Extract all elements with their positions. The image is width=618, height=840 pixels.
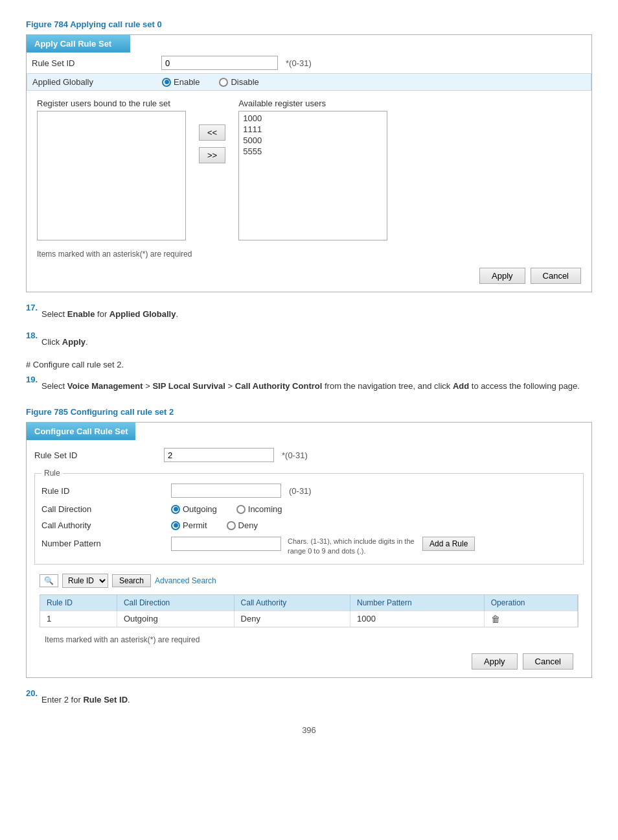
step-20-text: Enter 2 for Rule Set ID. bbox=[41, 694, 130, 707]
apply-button-1[interactable]: Apply bbox=[479, 268, 525, 284]
figure-785-title: Figure 785 Configuring call rule set 2 bbox=[26, 407, 592, 417]
step-19-text: Select Voice Management > SIP Local Surv… bbox=[41, 380, 580, 393]
disable-label: Disable bbox=[231, 77, 258, 87]
call-authority-label: Call Authority bbox=[41, 520, 171, 530]
rule-table: Rule ID Call Direction Call Authority Nu… bbox=[40, 595, 578, 627]
cell-operation: 🗑 bbox=[484, 611, 577, 627]
move-left-button[interactable]: << bbox=[199, 124, 225, 141]
outgoing-label: Outgoing bbox=[183, 504, 217, 514]
available-users-label: Available register users bbox=[238, 99, 387, 108]
page-number: 396 bbox=[26, 725, 592, 735]
cell-call-direction: Outgoing bbox=[117, 611, 234, 627]
configure-call-rule-set-panel: Configure Call Rule Set Rule Set ID *(0-… bbox=[26, 422, 592, 678]
call-direction-label: Call Direction bbox=[41, 504, 171, 514]
apply-call-rule-set-panel: Apply Call Rule Set Rule Set ID *(0-31) … bbox=[26, 34, 592, 292]
add-rule-button[interactable]: Add a Rule bbox=[422, 537, 475, 551]
step-19-number: 19. bbox=[26, 375, 38, 384]
rule-id-row: Rule ID (0-31) bbox=[41, 482, 577, 500]
permit-label: Permit bbox=[183, 520, 207, 530]
search-button[interactable]: Search bbox=[112, 574, 151, 587]
col-header-rule-id: Rule ID bbox=[40, 595, 117, 611]
cell-rule-id: 1 bbox=[40, 611, 117, 627]
step-18-number: 18. bbox=[26, 331, 38, 340]
step-17-text: Select Enable for Applied Globally. bbox=[41, 308, 178, 321]
deny-label: Deny bbox=[238, 520, 258, 530]
rule-set-id-input[interactable] bbox=[161, 56, 278, 70]
asterisk-note-1: Items marked with an asterisk(*) are req… bbox=[27, 246, 591, 262]
col-header-call-authority: Call Authority bbox=[234, 595, 350, 611]
cell-call-authority: Deny bbox=[234, 611, 350, 627]
col-header-number-pattern: Number Pattern bbox=[350, 595, 484, 611]
number-pattern-label: Number Pattern bbox=[41, 537, 171, 548]
rule-set-id-label: Rule Set ID bbox=[32, 58, 161, 68]
cancel-button-2[interactable]: Cancel bbox=[523, 653, 573, 670]
panel-header-1: Apply Call Rule Set bbox=[27, 35, 130, 52]
panel-header-2: Configure Call Rule Set bbox=[27, 423, 135, 440]
hash-text: # Configure call rule set 2. bbox=[26, 360, 592, 369]
permit-radio[interactable]: Permit bbox=[171, 520, 207, 530]
number-pattern-input[interactable] bbox=[171, 537, 281, 551]
col-header-call-direction: Call Direction bbox=[117, 595, 234, 611]
cancel-button-1[interactable]: Cancel bbox=[531, 268, 581, 284]
enable-label: Enable bbox=[174, 77, 200, 87]
deny-radio-button[interactable] bbox=[227, 521, 236, 530]
rule-id-hint: (0-31) bbox=[289, 486, 312, 496]
rule-set-id-input-2[interactable] bbox=[164, 448, 274, 462]
disable-radio[interactable]: Disable bbox=[219, 77, 258, 87]
table-row: 1 Outgoing Deny 1000 🗑 bbox=[40, 611, 578, 627]
call-direction-row: Call Direction Outgoing Incoming bbox=[41, 502, 577, 516]
enable-radio[interactable]: Enable bbox=[162, 77, 200, 87]
bound-users-label: Register users bound to the rule set bbox=[37, 99, 186, 108]
enable-radio-button[interactable] bbox=[162, 78, 171, 87]
step-17-number: 17. bbox=[26, 303, 38, 312]
list-item[interactable]: 1111 bbox=[240, 124, 385, 135]
rule-table-container: Rule ID Call Direction Call Authority Nu… bbox=[40, 594, 578, 627]
move-right-button[interactable]: >> bbox=[199, 147, 225, 163]
incoming-radio[interactable]: Incoming bbox=[236, 504, 282, 514]
applied-globally-label: Applied Globally bbox=[32, 77, 162, 87]
outgoing-radio[interactable]: Outgoing bbox=[171, 504, 217, 514]
search-icon: 🔍 bbox=[40, 574, 58, 587]
rule-set-id-hint: *(0-31) bbox=[286, 58, 312, 68]
search-row: 🔍 Rule ID Search Advanced Search bbox=[34, 570, 584, 592]
delete-icon[interactable]: 🗑 bbox=[491, 614, 500, 624]
figure-784-title: Figure 784 Applying call rule set 0 bbox=[26, 19, 592, 29]
available-users-listbox[interactable]: 1000 1111 5000 5555 bbox=[238, 111, 387, 240]
list-item[interactable]: 5000 bbox=[240, 135, 385, 146]
col-header-operation: Operation bbox=[484, 595, 577, 611]
apply-button-2[interactable]: Apply bbox=[472, 653, 518, 670]
deny-radio[interactable]: Deny bbox=[227, 520, 258, 530]
list-item[interactable]: 5555 bbox=[240, 146, 385, 157]
incoming-radio-button[interactable] bbox=[236, 505, 246, 514]
rule-set-id-row-2: Rule Set ID *(0-31) bbox=[34, 445, 584, 465]
rule-set-id-row: Rule Set ID *(0-31) bbox=[27, 52, 591, 73]
rule-id-label: Rule ID bbox=[41, 486, 171, 496]
rule-set-id-label-2: Rule Set ID bbox=[34, 450, 164, 460]
incoming-label: Incoming bbox=[248, 504, 282, 514]
rule-id-input[interactable] bbox=[171, 484, 281, 498]
applied-globally-row: Applied Globally Enable Disable bbox=[27, 73, 591, 91]
list-item[interactable]: 1000 bbox=[240, 113, 385, 124]
asterisk-note-2: Items marked with an asterisk(*) are req… bbox=[34, 631, 584, 648]
permit-radio-button[interactable] bbox=[171, 521, 180, 530]
search-select[interactable]: Rule ID bbox=[62, 574, 108, 588]
step-20-number: 20. bbox=[26, 688, 38, 698]
number-pattern-hint: Chars. (1-31), which include digits in t… bbox=[288, 537, 417, 555]
rule-set-id-hint-2: *(0-31) bbox=[282, 450, 308, 460]
disable-radio-button[interactable] bbox=[219, 78, 228, 87]
bound-users-listbox[interactable] bbox=[37, 111, 186, 240]
rule-section-label: Rule bbox=[41, 469, 63, 478]
number-pattern-row: Number Pattern Chars. (1-31), which incl… bbox=[41, 535, 577, 557]
advanced-search-link[interactable]: Advanced Search bbox=[155, 576, 216, 585]
outgoing-radio-button[interactable] bbox=[171, 505, 180, 514]
step-18-text: Click Apply. bbox=[41, 336, 88, 349]
cell-number-pattern: 1000 bbox=[350, 611, 484, 627]
call-authority-row: Call Authority Permit Deny bbox=[41, 519, 577, 532]
